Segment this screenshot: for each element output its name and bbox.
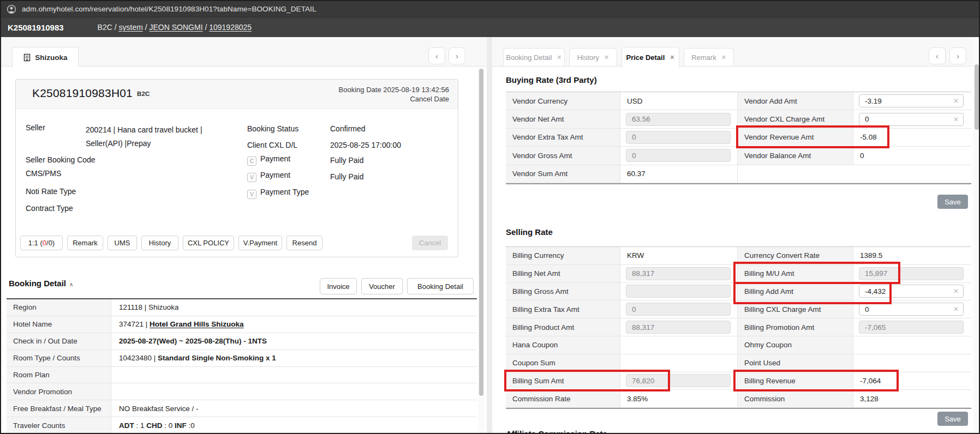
field-label: Noti Rate Type [26, 187, 76, 196]
booking-code-title: K25081910983H01B2C [32, 87, 150, 100]
booking-detail-table: Region 121118 | Shizuoka Hotel Name 3747… [7, 298, 477, 434]
hotel-tab-shizuoka[interactable]: Shizuoka [12, 47, 79, 67]
vendor-add-amt-input[interactable] [859, 94, 964, 107]
remark-button[interactable]: Remark [67, 236, 103, 250]
row-label: Coupon Sum [506, 354, 620, 372]
selling-rate-table: Billing Currency KRW Currency Convert Ra… [506, 246, 971, 409]
currency-convert-rate-value: 1389.5 [853, 247, 971, 265]
breadcrumb-link-system[interactable]: system [119, 23, 143, 32]
collapse-caret-icon[interactable]: ∧ [69, 281, 73, 287]
close-icon[interactable]: ✕ [604, 54, 609, 61]
billing-net-amt-input [626, 267, 731, 280]
billing-gross-amt-input [626, 285, 731, 298]
billing-cxl-charge-cell: ✕ [853, 300, 971, 318]
row-label: Region [7, 299, 111, 316]
commission-value: 3,128 [853, 390, 971, 408]
hotel-link[interactable]: Hotel Grand Hills Shizuoka [150, 320, 244, 328]
left-scrollbar-thumb[interactable] [479, 69, 483, 396]
right-scrollbar-thumb[interactable] [975, 64, 979, 130]
billing-cxl-charge-input[interactable] [859, 303, 964, 316]
vendor-add-amt-cell: ✕ [853, 92, 971, 110]
selling-rate-title: Selling Rate [506, 227, 553, 237]
ohmy-coupon-cell [853, 336, 971, 354]
chevron-right-icon: › [456, 51, 458, 61]
row-label: Vendor Balance Amt [738, 147, 853, 165]
left-prev-button[interactable]: ‹ [428, 47, 445, 64]
close-icon[interactable]: ✕ [670, 54, 674, 61]
vendor-cxl-charge-input[interactable] [859, 113, 964, 126]
booking-id: K25081910983 [8, 23, 64, 32]
resend-button[interactable]: Resend [286, 236, 322, 250]
left-next-button[interactable]: › [449, 47, 465, 64]
breadcrumb: B2C / system / JEON SONGMI / 1091928025 [98, 23, 252, 32]
payment-tag-checkbox[interactable]: V [247, 173, 256, 182]
cxl-deadline-value: 2025-08-25 17:00:00 [330, 141, 401, 149]
field-label: Seller [26, 123, 45, 132]
vendor-balance-cell: 0 [853, 147, 971, 165]
right-prev-button[interactable]: ‹ [929, 47, 946, 64]
save-button[interactable]: Save [937, 412, 968, 426]
tab-price-detail[interactable]: Price Detail✕ [622, 47, 679, 68]
row-label: Traveler Counts [7, 417, 111, 434]
traveler-counts-value: ADT : 1 CHD : 0 INF :0 [111, 417, 477, 434]
billing-sum-amt-cell [620, 372, 738, 390]
clear-icon[interactable]: ✕ [953, 305, 959, 313]
billing-add-amt-input[interactable] [859, 285, 964, 298]
booking-detail-section-title[interactable]: Booking Detail∧ [9, 279, 73, 288]
vendor-gross-amt-input [626, 149, 731, 162]
cxl-policy-button[interactable]: CXL POLICY [183, 236, 234, 250]
billing-promotion-amt-cell [853, 318, 971, 336]
row-label: Vendor Extra Tax Amt [506, 129, 620, 147]
clear-icon[interactable]: ✕ [953, 116, 959, 123]
chevron-left-icon: ‹ [936, 51, 939, 61]
right-panel: Booking Detail✕ History✕ Price Detail✕ R… [492, 37, 975, 434]
booking-date-label: Booking Date [339, 86, 381, 94]
save-button[interactable]: Save [937, 195, 968, 209]
payment-status-value: Fully Paid [330, 172, 363, 181]
empty-cell [738, 165, 853, 183]
clear-icon[interactable]: ✕ [953, 97, 959, 105]
close-icon[interactable]: ✕ [557, 54, 561, 61]
app-window: adm.ohmyhotel.com/reservation/hotel/K250… [0, 0, 980, 434]
row-label: Hotel Name [7, 316, 111, 333]
close-icon[interactable]: ✕ [721, 54, 726, 61]
billing-mu-amt-input [859, 267, 964, 280]
tab-history[interactable]: History✕ [569, 48, 617, 67]
ums-button[interactable]: UMS [107, 236, 137, 250]
url-text[interactable]: adm.ohmyhotel.com/reservation/hotel/K250… [22, 5, 316, 13]
row-label: Billing Add Amt [738, 283, 853, 301]
row-label: Vendor Currency [506, 92, 620, 110]
row-label: Hana Coupon [506, 336, 620, 354]
vpayment-button[interactable]: V.Payment [238, 236, 282, 250]
cancel-date-label: Cancel Date [339, 94, 449, 104]
vendor-currency-value: USD [620, 92, 738, 110]
row-label: Free Breakfast / Meal Type [7, 400, 111, 417]
row-label: Vendor Promotion [7, 383, 111, 400]
history-button[interactable]: History [141, 236, 178, 250]
payment-tag-checkbox[interactable]: V [247, 190, 256, 199]
region-value: 121118 | Shizuoka [111, 299, 477, 316]
breadcrumb-link-user[interactable]: JEON SONGMI [150, 23, 203, 32]
right-next-button[interactable]: › [949, 47, 966, 64]
tab-remark[interactable]: Remark✕ [684, 48, 734, 67]
invoice-button[interactable]: Invoice [320, 278, 357, 294]
booking-detail-button[interactable]: Booking Detail [407, 278, 474, 294]
billing-currency-value: KRW [620, 247, 738, 265]
browser-address-bar: adm.ohmyhotel.com/reservation/hotel/K250… [1, 1, 979, 17]
vendor-revenue-cell: -5.08 [853, 129, 971, 147]
voucher-button[interactable]: Voucher [361, 278, 403, 294]
vendor-gross-amt-cell [620, 147, 738, 165]
vendor-cxl-charge-cell: ✕ [853, 110, 971, 128]
payment-tag-checkbox[interactable]: C [247, 156, 256, 166]
row-label: Billing M/U Amt [738, 265, 853, 283]
profile-icon[interactable] [7, 4, 16, 14]
breadcrumb-link-member-id[interactable]: 1091928025 [209, 23, 252, 32]
field-label: VPayment [247, 171, 290, 180]
clear-icon[interactable]: ✕ [953, 287, 959, 295]
seller-value: 200214 | Hana card travel bucket | Selle… [86, 123, 219, 150]
tab-booking-detail[interactable]: Booking Detail✕ [503, 48, 565, 67]
coupon-sum-cell [620, 354, 738, 372]
qna-button[interactable]: 1:1 (0/0) [20, 236, 63, 250]
billing-gross-amt-cell [620, 283, 738, 301]
field-label: Booking Status [247, 124, 298, 133]
